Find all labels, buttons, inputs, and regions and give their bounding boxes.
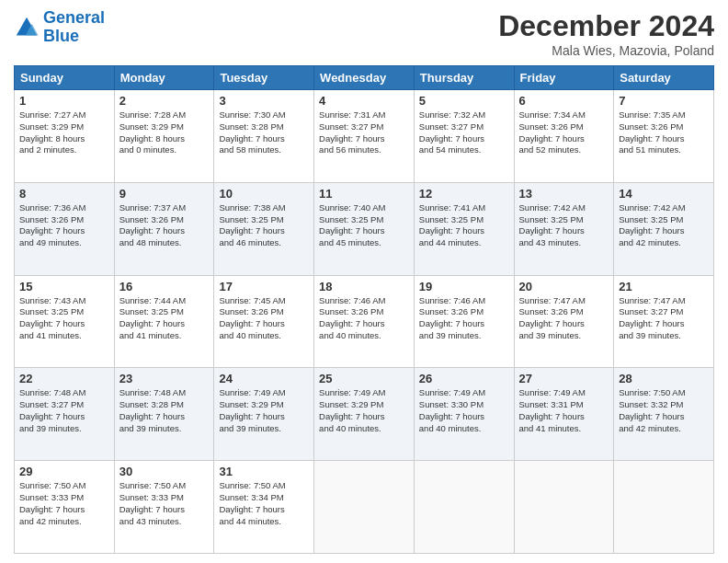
calendar-header-row: Sunday Monday Tuesday Wednesday Thursday… (15, 66, 714, 90)
calendar-week-1: 1Sunrise: 7:27 AM Sunset: 3:29 PM Daylig… (15, 90, 714, 183)
day-number: 12 (419, 187, 509, 201)
day-info: Sunrise: 7:40 AM Sunset: 3:25 PM Dayligh… (319, 202, 409, 249)
day-info: Sunrise: 7:42 AM Sunset: 3:25 PM Dayligh… (519, 202, 609, 249)
day-number: 31 (219, 465, 309, 478)
day-info: Sunrise: 7:34 AM Sunset: 3:26 PM Dayligh… (519, 109, 609, 156)
day-number: 25 (319, 372, 409, 385)
day-info: Sunrise: 7:36 AM Sunset: 3:26 PM Dayligh… (19, 202, 109, 249)
page: General Blue December 2024 Mala Wies, Ma… (0, 0, 728, 563)
logo-text: General Blue (43, 9, 105, 46)
table-row: 10Sunrise: 7:38 AM Sunset: 3:25 PM Dayli… (214, 182, 314, 275)
day-number: 30 (119, 465, 210, 478)
calendar-week-2: 8Sunrise: 7:36 AM Sunset: 3:26 PM Daylig… (15, 182, 714, 275)
day-number: 16 (119, 280, 210, 293)
table-row: 7Sunrise: 7:35 AM Sunset: 3:26 PM Daylig… (614, 90, 714, 183)
table-row: 26Sunrise: 7:49 AM Sunset: 3:30 PM Dayli… (414, 368, 514, 461)
table-row: 28Sunrise: 7:50 AM Sunset: 3:32 PM Dayli… (614, 368, 714, 461)
table-row (414, 461, 514, 554)
day-info: Sunrise: 7:38 AM Sunset: 3:25 PM Dayligh… (219, 202, 309, 249)
table-row: 11Sunrise: 7:40 AM Sunset: 3:25 PM Dayli… (314, 182, 415, 275)
day-info: Sunrise: 7:44 AM Sunset: 3:25 PM Dayligh… (119, 295, 210, 342)
table-row (614, 461, 714, 554)
title-area: December 2024 Mala Wies, Mazovia, Poland (498, 9, 714, 58)
day-info: Sunrise: 7:46 AM Sunset: 3:26 PM Dayligh… (319, 295, 409, 342)
day-number: 15 (19, 280, 109, 293)
day-number: 13 (519, 187, 609, 201)
table-row: 2Sunrise: 7:28 AM Sunset: 3:29 PM Daylig… (114, 90, 214, 183)
day-info: Sunrise: 7:31 AM Sunset: 3:27 PM Dayligh… (319, 109, 409, 156)
table-row: 25Sunrise: 7:49 AM Sunset: 3:29 PM Dayli… (314, 368, 415, 461)
table-row: 8Sunrise: 7:36 AM Sunset: 3:26 PM Daylig… (15, 182, 115, 275)
day-number: 5 (419, 94, 509, 108)
col-wednesday: Wednesday (314, 66, 415, 90)
day-number: 28 (619, 372, 709, 385)
table-row: 17Sunrise: 7:45 AM Sunset: 3:26 PM Dayli… (214, 275, 314, 368)
day-info: Sunrise: 7:35 AM Sunset: 3:26 PM Dayligh… (619, 109, 709, 156)
day-number: 23 (119, 372, 210, 385)
col-thursday: Thursday (414, 66, 514, 90)
day-number: 26 (419, 372, 509, 385)
day-number: 29 (19, 465, 109, 478)
table-row: 6Sunrise: 7:34 AM Sunset: 3:26 PM Daylig… (514, 90, 614, 183)
col-monday: Monday (114, 66, 214, 90)
table-row (514, 461, 614, 554)
day-info: Sunrise: 7:42 AM Sunset: 3:25 PM Dayligh… (619, 202, 709, 249)
day-number: 1 (19, 94, 109, 108)
table-row (314, 461, 415, 554)
logo: General Blue (14, 9, 105, 46)
day-info: Sunrise: 7:27 AM Sunset: 3:29 PM Dayligh… (19, 109, 109, 156)
day-info: Sunrise: 7:47 AM Sunset: 3:26 PM Dayligh… (519, 295, 609, 342)
table-row: 22Sunrise: 7:48 AM Sunset: 3:27 PM Dayli… (15, 368, 115, 461)
day-number: 27 (519, 372, 609, 385)
day-number: 10 (219, 187, 309, 201)
day-info: Sunrise: 7:50 AM Sunset: 3:34 PM Dayligh… (219, 480, 309, 527)
logo-line1: General (43, 8, 105, 27)
day-number: 8 (19, 187, 109, 201)
day-info: Sunrise: 7:48 AM Sunset: 3:27 PM Dayligh… (19, 387, 109, 434)
table-row: 18Sunrise: 7:46 AM Sunset: 3:26 PM Dayli… (314, 275, 415, 368)
col-saturday: Saturday (614, 66, 714, 90)
day-number: 20 (519, 280, 609, 293)
day-number: 11 (319, 187, 409, 201)
logo-line2: Blue (43, 27, 79, 45)
calendar-week-4: 22Sunrise: 7:48 AM Sunset: 3:27 PM Dayli… (15, 368, 714, 461)
table-row: 3Sunrise: 7:30 AM Sunset: 3:28 PM Daylig… (214, 90, 314, 183)
table-row: 1Sunrise: 7:27 AM Sunset: 3:29 PM Daylig… (15, 90, 115, 183)
day-info: Sunrise: 7:49 AM Sunset: 3:29 PM Dayligh… (219, 387, 309, 434)
day-number: 14 (619, 187, 709, 201)
table-row: 31Sunrise: 7:50 AM Sunset: 3:34 PM Dayli… (214, 461, 314, 554)
day-info: Sunrise: 7:37 AM Sunset: 3:26 PM Dayligh… (119, 202, 210, 249)
table-row: 5Sunrise: 7:32 AM Sunset: 3:27 PM Daylig… (414, 90, 514, 183)
day-number: 18 (319, 280, 409, 293)
table-row: 13Sunrise: 7:42 AM Sunset: 3:25 PM Dayli… (514, 182, 614, 275)
table-row: 16Sunrise: 7:44 AM Sunset: 3:25 PM Dayli… (114, 275, 214, 368)
calendar: Sunday Monday Tuesday Wednesday Thursday… (14, 65, 714, 554)
table-row: 12Sunrise: 7:41 AM Sunset: 3:25 PM Dayli… (414, 182, 514, 275)
table-row: 20Sunrise: 7:47 AM Sunset: 3:26 PM Dayli… (514, 275, 614, 368)
day-number: 9 (119, 187, 210, 201)
day-info: Sunrise: 7:49 AM Sunset: 3:29 PM Dayligh… (319, 387, 409, 434)
day-info: Sunrise: 7:49 AM Sunset: 3:30 PM Dayligh… (419, 387, 509, 434)
table-row: 24Sunrise: 7:49 AM Sunset: 3:29 PM Dayli… (214, 368, 314, 461)
day-info: Sunrise: 7:50 AM Sunset: 3:33 PM Dayligh… (119, 480, 210, 527)
table-row: 29Sunrise: 7:50 AM Sunset: 3:33 PM Dayli… (15, 461, 115, 554)
day-info: Sunrise: 7:28 AM Sunset: 3:29 PM Dayligh… (119, 109, 210, 156)
day-number: 3 (219, 94, 309, 108)
table-row: 9Sunrise: 7:37 AM Sunset: 3:26 PM Daylig… (114, 182, 214, 275)
day-info: Sunrise: 7:48 AM Sunset: 3:28 PM Dayligh… (119, 387, 210, 434)
day-number: 17 (219, 280, 309, 293)
table-row: 23Sunrise: 7:48 AM Sunset: 3:28 PM Dayli… (114, 368, 214, 461)
month-title: December 2024 (498, 9, 714, 43)
col-tuesday: Tuesday (214, 66, 314, 90)
table-row: 19Sunrise: 7:46 AM Sunset: 3:26 PM Dayli… (414, 275, 514, 368)
day-info: Sunrise: 7:32 AM Sunset: 3:27 PM Dayligh… (419, 109, 509, 156)
table-row: 4Sunrise: 7:31 AM Sunset: 3:27 PM Daylig… (314, 90, 415, 183)
day-number: 19 (419, 280, 509, 293)
day-info: Sunrise: 7:41 AM Sunset: 3:25 PM Dayligh… (419, 202, 509, 249)
logo-icon (14, 15, 40, 40)
day-number: 24 (219, 372, 309, 385)
table-row: 21Sunrise: 7:47 AM Sunset: 3:27 PM Dayli… (614, 275, 714, 368)
calendar-week-3: 15Sunrise: 7:43 AM Sunset: 3:25 PM Dayli… (15, 275, 714, 368)
day-number: 22 (19, 372, 109, 385)
day-info: Sunrise: 7:43 AM Sunset: 3:25 PM Dayligh… (19, 295, 109, 342)
